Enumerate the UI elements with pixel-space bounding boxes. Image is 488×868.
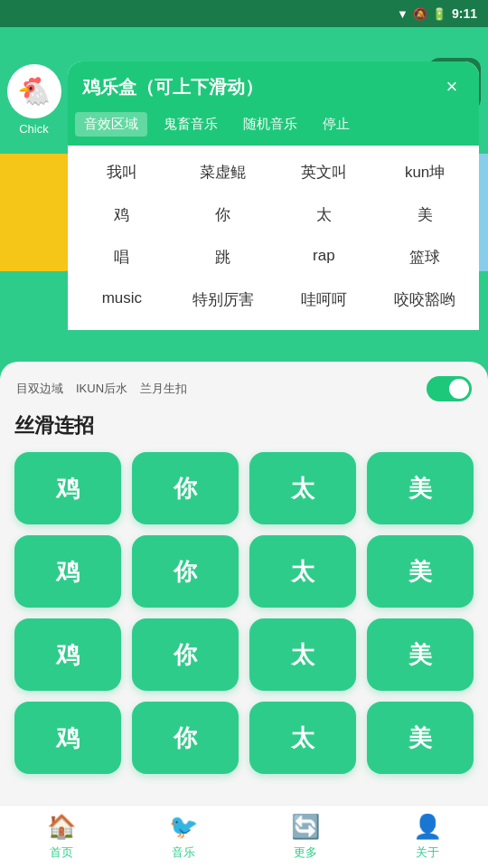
- about-icon: 👤: [413, 813, 442, 841]
- btn-ni-3[interactable]: 你: [132, 702, 239, 774]
- btn-ni-0[interactable]: 你: [132, 452, 239, 524]
- sound-tebie[interactable]: 特别厉害: [173, 280, 274, 319]
- btn-mei-1[interactable]: 美: [367, 535, 474, 608]
- bottom-nav: 🏠 首页 🐦 音乐 🔄 更多 👤 关于: [0, 805, 488, 868]
- btn-ji-0[interactable]: 鸡: [14, 452, 121, 524]
- modal-sounds-grid: 我叫 菜虚鲲 英文叫 kun坤 鸡 你 太 美 唱 跳 rap 篮球 music: [68, 146, 479, 330]
- sound-waha[interactable]: 哇呵呵: [274, 280, 375, 319]
- tab-sound-zone[interactable]: 音效区域: [75, 112, 147, 137]
- btn-mei-3[interactable]: 美: [367, 702, 474, 774]
- sound-mei[interactable]: 美: [374, 195, 475, 234]
- btn-mei-0[interactable]: 美: [367, 452, 474, 524]
- chick-icon-area: 🐔 Chick: [0, 54, 68, 145]
- btn-ji-2[interactable]: 鸡: [14, 618, 121, 691]
- status-time: 9:11: [452, 6, 477, 21]
- label-1: 目双边域: [16, 381, 63, 397]
- modal-title: 鸡乐盒（可上下滑动）: [82, 75, 263, 99]
- sound-ji[interactable]: 鸡: [71, 195, 173, 234]
- music-icon: 🐦: [169, 813, 198, 841]
- signal-icon: 🔕: [413, 7, 427, 21]
- nav-more-label: 更多: [294, 844, 317, 861]
- chick-avatar: 🐔: [7, 64, 61, 118]
- close-button[interactable]: ×: [439, 74, 465, 99]
- button-grid: 鸡 你 太 美 鸡 你 太 美 鸡 你 太 美 鸡 你 太 美: [14, 452, 474, 774]
- chick-label: Chick: [19, 122, 49, 136]
- btn-tai-2[interactable]: 太: [249, 618, 356, 691]
- sound-ni[interactable]: 你: [173, 195, 274, 234]
- label-3: 兰月生扣: [140, 381, 187, 397]
- toggle-switch[interactable]: [427, 376, 472, 401]
- nav-about[interactable]: 👤 关于: [366, 813, 488, 861]
- nav-music[interactable]: 🐦 音乐: [122, 813, 244, 861]
- section-title: 丝滑连招: [14, 412, 474, 439]
- nav-more[interactable]: 🔄 更多: [244, 813, 366, 861]
- bg-strip-left: [0, 154, 72, 271]
- modal-overlay: 鸡乐盒（可上下滑动） × 音效区域 鬼畜音乐 随机音乐 停止 我叫 菜虚鲲 英文…: [68, 61, 479, 330]
- btn-tai-0[interactable]: 太: [249, 452, 356, 524]
- sound-row-0: 我叫 菜虚鲲 英文叫 kun坤: [71, 153, 475, 192]
- sound-row-3: music 特别厉害 哇呵呵 咬咬豁哟: [71, 280, 475, 319]
- sound-tai[interactable]: 太: [274, 195, 375, 234]
- sound-chang[interactable]: 唱: [71, 238, 173, 277]
- home-icon: 🏠: [47, 813, 76, 841]
- sound-music[interactable]: music: [71, 280, 173, 319]
- status-icons: ▼ 🔕 🔋: [397, 7, 446, 21]
- nav-home[interactable]: 🏠 首页: [0, 813, 122, 861]
- btn-ni-2[interactable]: 你: [132, 618, 239, 691]
- chick-emoji: 🐔: [17, 75, 51, 107]
- sound-lanqiu[interactable]: 篮球: [374, 238, 475, 277]
- modal-header: 鸡乐盒（可上下滑动） ×: [68, 61, 479, 112]
- btn-mei-2[interactable]: 美: [367, 618, 474, 691]
- sound-tiao[interactable]: 跳: [173, 238, 274, 277]
- app-background: 🐔 Chick 🐼 鸡乐盒（可上下滑动） × 音效区域 鬼畜音乐 随机音乐 停止…: [0, 27, 488, 868]
- sound-rap[interactable]: rap: [274, 238, 375, 277]
- main-content: 目双边域 IKUN后水 兰月生扣 丝滑连招 鸡 你 太 美 鸡 你 太 美 鸡 …: [0, 362, 488, 805]
- sound-row-2: 唱 跳 rap 篮球: [71, 238, 475, 277]
- btn-tai-3[interactable]: 太: [249, 702, 356, 774]
- sound-yingwenjiao[interactable]: 英文叫: [274, 153, 375, 192]
- status-bar: ▼ 🔕 🔋 9:11: [0, 0, 488, 27]
- btn-ji-1[interactable]: 鸡: [14, 535, 121, 608]
- nav-about-label: 关于: [416, 844, 439, 861]
- btn-tai-1[interactable]: 太: [249, 535, 356, 608]
- label-2: IKUN后水: [76, 381, 127, 397]
- sound-wojiao[interactable]: 我叫: [71, 153, 173, 192]
- sound-kunkun[interactable]: kun坤: [374, 153, 475, 192]
- modal-tabs: 音效区域 鬼畜音乐 随机音乐 停止: [68, 112, 479, 146]
- tab-random-music[interactable]: 随机音乐: [234, 112, 306, 137]
- toggle-row: 目双边域 IKUN后水 兰月生扣: [14, 376, 474, 401]
- tab-ghost-music[interactable]: 鬼畜音乐: [155, 112, 227, 137]
- sound-caizikun[interactable]: 菜虚鲲: [173, 153, 274, 192]
- label-strip: 目双边域 IKUN后水 兰月生扣: [16, 381, 427, 397]
- sound-yao[interactable]: 咬咬豁哟: [374, 280, 475, 319]
- nav-music-label: 音乐: [172, 844, 195, 861]
- btn-ni-1[interactable]: 你: [132, 535, 239, 608]
- tab-stop[interactable]: 停止: [314, 112, 359, 137]
- sound-row-1: 鸡 你 太 美: [71, 195, 475, 234]
- nav-home-label: 首页: [50, 844, 73, 861]
- wifi-icon: ▼: [397, 7, 408, 21]
- battery-icon: 🔋: [432, 7, 446, 21]
- btn-ji-3[interactable]: 鸡: [14, 702, 121, 774]
- more-icon: 🔄: [291, 813, 320, 841]
